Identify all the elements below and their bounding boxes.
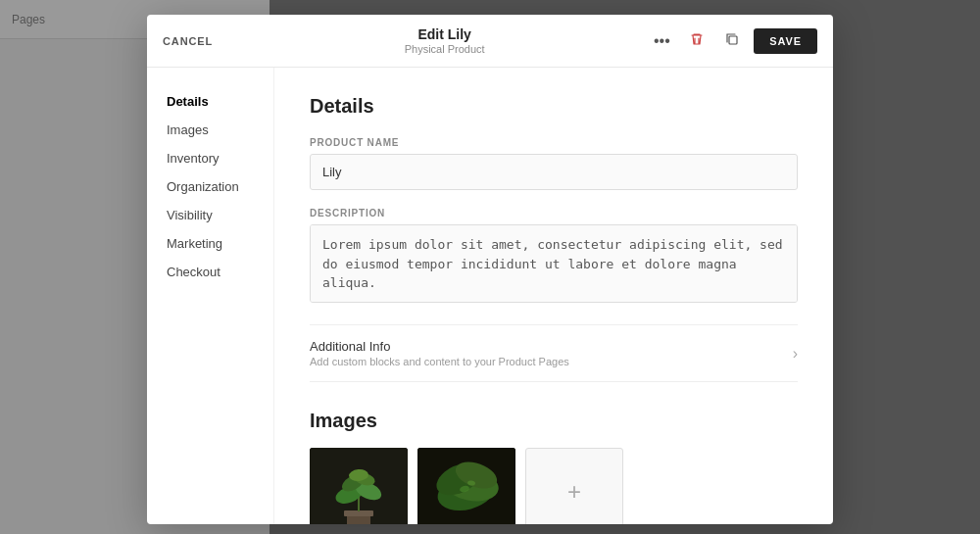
modal-main-content: Details PRODUCT NAME DESCRIPTION Lorem i…	[274, 68, 833, 524]
sidebar-item-inventory[interactable]: Inventory	[147, 144, 273, 172]
product-name-input[interactable]	[310, 154, 798, 190]
product-name-label: PRODUCT NAME	[310, 137, 798, 148]
description-field-group: DESCRIPTION Lorem ipsum dolor sit amet, …	[310, 208, 798, 307]
sidebar-item-organization[interactable]: Organization	[147, 172, 273, 201]
save-button[interactable]: SAVE	[754, 28, 817, 54]
additional-info-row[interactable]: Additional Info Add custom blocks and co…	[310, 324, 798, 382]
modal-header: CANCEL Edit Lily Physical Product •••	[147, 15, 833, 68]
details-section-title: Details	[310, 95, 798, 118]
images-section-title: Images	[310, 410, 798, 432]
sidebar-item-images[interactable]: Images	[147, 116, 273, 144]
images-row: +	[310, 448, 798, 524]
product-image-1[interactable]	[310, 448, 408, 524]
more-options-button[interactable]: •••	[648, 27, 675, 55]
additional-info-subtitle: Add custom blocks and content to your Pr…	[310, 356, 569, 367]
sidebar-item-checkout[interactable]: Checkout	[147, 258, 273, 286]
svg-rect-0	[729, 36, 737, 44]
duplicate-button[interactable]	[718, 27, 746, 55]
add-image-button[interactable]: +	[525, 448, 623, 524]
delete-icon	[689, 31, 705, 51]
product-image-2[interactable]	[417, 448, 515, 524]
modal-title: Edit Lily	[241, 26, 648, 42]
modal-header-actions: ••• SA	[648, 27, 817, 55]
description-input[interactable]: Lorem ipsum dolor sit amet, consectetur …	[310, 224, 798, 303]
additional-info-title: Additional Info	[310, 339, 569, 354]
more-icon: •••	[654, 32, 670, 50]
modal-sidebar: Details Images Inventory Organization Vi…	[147, 68, 274, 524]
modal-subtitle: Physical Product	[241, 43, 648, 55]
sidebar-item-details[interactable]: Details	[147, 87, 273, 116]
additional-info-text: Additional Info Add custom blocks and co…	[310, 339, 569, 367]
cancel-button[interactable]: CANCEL	[163, 35, 241, 47]
description-label: DESCRIPTION	[310, 208, 798, 218]
delete-button[interactable]	[683, 27, 710, 55]
modal-overlay: CANCEL Edit Lily Physical Product •••	[0, 0, 980, 534]
sidebar-item-visibility[interactable]: Visibility	[147, 201, 273, 229]
additional-info-chevron-icon: ›	[793, 345, 798, 363]
modal-body: Details Images Inventory Organization Vi…	[147, 68, 833, 524]
duplicate-icon	[724, 31, 740, 51]
product-name-field-group: PRODUCT NAME	[310, 137, 798, 190]
sidebar-item-marketing[interactable]: Marketing	[147, 229, 273, 258]
modal-header-center: Edit Lily Physical Product	[241, 26, 648, 55]
edit-product-modal: CANCEL Edit Lily Physical Product •••	[147, 15, 833, 524]
add-icon: +	[567, 478, 581, 506]
